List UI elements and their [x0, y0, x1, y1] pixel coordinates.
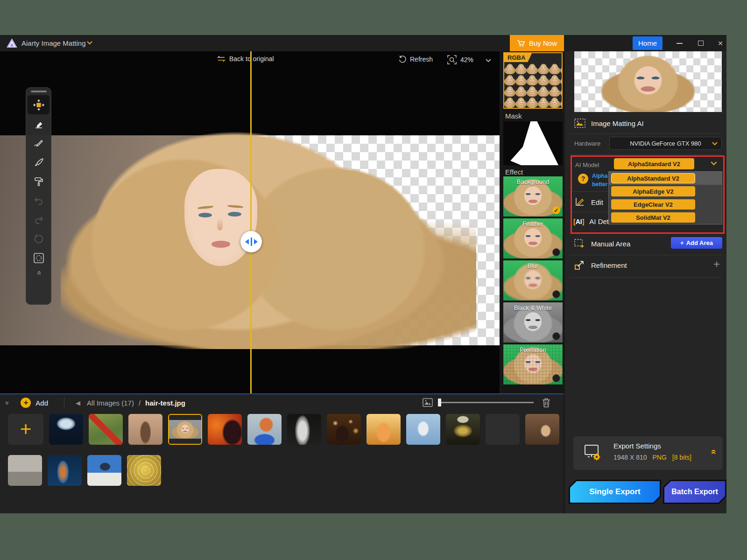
- undo-button[interactable]: [28, 191, 49, 210]
- brush-tool-button[interactable]: [28, 153, 49, 172]
- thumbnail-jellyfish[interactable]: [49, 414, 83, 445]
- export-settings-card[interactable]: Export Settings 1948 X 810 PNG [8 bits] …: [573, 436, 723, 470]
- add-image-icon[interactable]: +: [21, 398, 31, 408]
- maximize-button[interactable]: [694, 35, 708, 51]
- export-collapse-chevrons-icon[interactable]: »: [710, 447, 715, 457]
- marquee-select-tool-button[interactable]: [28, 248, 49, 267]
- ai-model-option[interactable]: AlphaStandard V2: [609, 172, 722, 185]
- help-text-line1: Alpha: [592, 173, 607, 179]
- thumbnail-necklace[interactable]: [446, 414, 480, 445]
- trash-icon[interactable]: [542, 398, 551, 408]
- thumbnail-spiderweb[interactable]: [127, 455, 161, 486]
- batch-export-button[interactable]: Batch Export: [663, 480, 726, 504]
- refinement-section-header[interactable]: Refinement: [574, 260, 627, 270]
- mask-preview-card[interactable]: [503, 121, 563, 165]
- ai-model-option[interactable]: AlphaEdge V2: [609, 185, 722, 198]
- single-export-button[interactable]: Single Export: [569, 480, 661, 504]
- result-preview-subject: [601, 51, 695, 112]
- ai-model-option[interactable]: EdgeClear V2: [609, 198, 722, 211]
- close-button[interactable]: ✕: [713, 35, 727, 51]
- thumbnail-cat[interactable]: [366, 414, 401, 445]
- breadcrumb-all-images[interactable]: All Images (17): [87, 399, 134, 407]
- preview-column: RGBA Mask Effect Background ✓ Feather Bl…: [502, 51, 564, 428]
- hardware-label: Hardware: [574, 140, 600, 147]
- eraser-tool-button[interactable]: [28, 114, 49, 133]
- thumbnail-woman-flowers[interactable]: [128, 414, 162, 445]
- thumbnail-silhouette[interactable]: [208, 414, 242, 445]
- minimize-button[interactable]: [672, 35, 686, 51]
- ai-model-label: AI Model: [575, 161, 599, 168]
- thumbnail-angel-statue[interactable]: [287, 414, 321, 445]
- effect-toggle[interactable]: [552, 290, 560, 298]
- thumbnail-row-2: [0, 455, 161, 486]
- effect-toggle[interactable]: [552, 248, 560, 256]
- home-button[interactable]: Home: [633, 36, 662, 50]
- smart-pen-tool-button[interactable]: [28, 133, 49, 153]
- zoom-chevron-down-icon[interactable]: [486, 59, 491, 63]
- effect-card-blur[interactable]: Blur: [503, 260, 563, 301]
- rgba-preview-card[interactable]: RGBA: [503, 52, 563, 109]
- buy-now-button[interactable]: Buy Now: [510, 35, 564, 51]
- divider: [570, 233, 722, 234]
- tool-palette: »: [26, 87, 51, 305]
- thumbnail-size-slider[interactable]: [438, 402, 534, 403]
- roller-tool-button[interactable]: [28, 172, 49, 191]
- thumbnail-skateboarder[interactable]: [87, 455, 121, 486]
- move-tool-button[interactable]: [28, 95, 49, 114]
- ai-model-selected-value[interactable]: AlphaStandard V2: [614, 158, 694, 169]
- refinement-expand-button[interactable]: +: [713, 258, 720, 271]
- edit-section-header[interactable]: Edit: [574, 197, 603, 207]
- effect-name: Black & White: [503, 304, 563, 311]
- effect-card-background[interactable]: Background ✓: [503, 176, 563, 217]
- image-matting-icon: [574, 119, 585, 128]
- effect-card-feather[interactable]: Feather: [503, 218, 563, 259]
- effect-toggle[interactable]: [552, 332, 560, 340]
- filmstrip-collapse-icon[interactable]: »: [6, 399, 9, 407]
- effect-card-pixelation[interactable]: Pixelation: [503, 344, 563, 385]
- refresh-button[interactable]: Refresh: [398, 55, 433, 63]
- manual-area-section-header[interactable]: Manual Area: [574, 239, 630, 248]
- refresh-label: Refresh: [410, 56, 433, 63]
- section-title: Image Matting AI: [591, 119, 644, 127]
- redo-button[interactable]: [28, 210, 49, 229]
- palette-drag-handle[interactable]: [31, 91, 47, 92]
- reset-button[interactable]: [28, 229, 49, 248]
- ai-model-option-label[interactable]: EdgeClear V2: [611, 199, 695, 210]
- title-bar: Aiarty Image Matting Buy Now Home ✕: [0, 35, 726, 51]
- slider-handle[interactable]: [438, 399, 441, 406]
- swap-arrows-icon: [217, 56, 226, 62]
- thumbnail-bearded-man[interactable]: [486, 414, 520, 445]
- thumbnail-room-scene[interactable]: [8, 455, 42, 486]
- effect-toggle-on[interactable]: ✓: [552, 206, 560, 214]
- rgba-tab: RGBA: [504, 53, 532, 62]
- ai-model-chevron-down-icon[interactable]: [711, 161, 717, 166]
- add-image-tile[interactable]: +: [8, 414, 43, 445]
- thumbnail-redhead[interactable]: [247, 414, 282, 445]
- effect-name: Blur: [503, 262, 563, 269]
- editing-canvas[interactable]: Back to original Refresh 42%: [0, 51, 500, 428]
- ai-model-option[interactable]: SolidMat V2: [609, 211, 722, 224]
- effect-name: Pixelation: [503, 346, 563, 353]
- ai-model-option-label[interactable]: SolidMat V2: [611, 212, 695, 223]
- ai-model-option-label[interactable]: AlphaEdge V2: [611, 186, 695, 196]
- back-to-original-button[interactable]: Back to original: [217, 55, 274, 63]
- compare-slider-handle[interactable]: [240, 231, 262, 252]
- zoom-control[interactable]: 42%: [447, 55, 473, 64]
- title-chevron-down-icon[interactable]: [87, 41, 92, 45]
- thumbnail-hair-test-selected[interactable]: [168, 414, 202, 445]
- thumbnail-night-lights[interactable]: [327, 414, 361, 445]
- effect-card-black-white[interactable]: Black & White: [503, 302, 563, 343]
- add-area-button[interactable]: + Add Area: [671, 237, 722, 249]
- hardware-value: NVIDIA GeForce GTX 980: [630, 140, 701, 147]
- breadcrumb-back-icon[interactable]: ◀: [76, 399, 80, 406]
- effect-toggle[interactable]: [552, 374, 560, 382]
- thumbnail-bride[interactable]: [406, 414, 440, 445]
- cart-icon: [517, 40, 525, 47]
- thumbnail-child[interactable]: [525, 414, 559, 445]
- ai-model-option-label[interactable]: AlphaStandard V2: [611, 173, 695, 183]
- palette-collapse-button[interactable]: »: [36, 268, 41, 278]
- thumbnail-bicycle[interactable]: [89, 414, 123, 445]
- help-icon[interactable]: ?: [578, 174, 588, 184]
- hardware-dropdown[interactable]: NVIDIA GeForce GTX 980: [609, 137, 722, 150]
- thumbnail-blue-sparkle-woman[interactable]: [48, 455, 82, 486]
